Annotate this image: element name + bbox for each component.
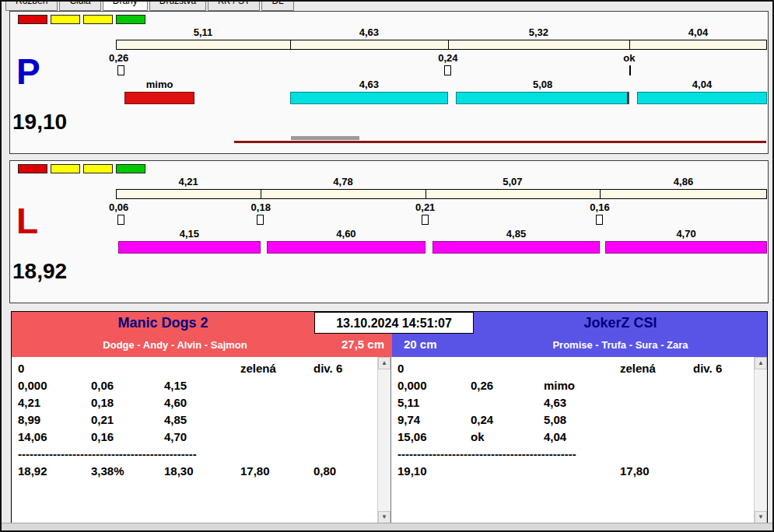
gap-time-label: 0,21 [402, 201, 449, 213]
results-table-right: 0zelenádiv. 60,0000,26mimo5,114,639,740,… [391, 357, 767, 523]
gap-time-label: 0,06 [109, 201, 163, 213]
table-cell: mimo [544, 379, 575, 393]
gap-marker-box [422, 215, 429, 225]
tab-2[interactable]: Čidla [59, 2, 100, 11]
table-cell: 17,80 [240, 464, 270, 478]
table-cell: div. 6 [693, 362, 722, 376]
tab-1[interactable]: Rozběh [5, 2, 58, 11]
scroll-down-button[interactable]: ▼ [755, 511, 767, 523]
table-cell: 4,15 [164, 379, 187, 393]
table-cell: 9,74 [398, 413, 420, 427]
table-separator: ----------------------------------------… [18, 447, 197, 461]
gap-time-label: ok [606, 52, 653, 64]
table-cell: 4,21 [18, 396, 40, 410]
split-tick [600, 189, 601, 199]
table-cell: div. 6 [313, 362, 342, 376]
tab-3[interactable]: Dráhy [103, 2, 148, 11]
lane-panel-l: 4,214,785,074,860,060,180,210,164,154,60… [9, 160, 769, 303]
team-right-dogs: Promise - Trufa - Sura - Zara [474, 339, 767, 351]
scroll-up-button[interactable]: ▲ [755, 357, 767, 369]
lane-letter: P [16, 54, 40, 89]
tab-bar: RozběhČidlaDráhyDružstvaKK / STDL [2, 2, 772, 11]
dog-time-label: 5,08 [516, 79, 570, 90]
dog-bar-end-mark [627, 92, 629, 104]
table-cell: 5,11 [398, 396, 419, 410]
gap-time-label: 0,24 [425, 52, 471, 64]
status-indicator [18, 15, 47, 24]
table-cell: 15,06 [398, 430, 427, 444]
scrollbar[interactable]: ▲▼ [377, 357, 391, 523]
table-cell: 4,70 [164, 430, 187, 444]
table-cell: 0 [398, 362, 404, 376]
split-bar [116, 189, 767, 199]
dog-bar [605, 241, 767, 254]
status-indicator [18, 164, 47, 173]
dog-bar [267, 241, 425, 254]
scroll-down-button[interactable]: ▼ [378, 511, 391, 523]
dog-time-label: 4,70 [659, 228, 713, 240]
dog-bar [290, 92, 448, 104]
table-cell: 0,21 [91, 413, 114, 427]
dog-time-label: 4,63 [341, 79, 396, 90]
split-time-label: 5,11 [180, 26, 226, 38]
gap-marker-line [629, 65, 631, 75]
table-cell: zelená [240, 362, 276, 376]
split-time-label: 4,63 [345, 26, 392, 38]
dog-bar [433, 241, 600, 254]
table-cell: 4,60 [164, 396, 187, 410]
team-left-dogs: Dodge - Andy - Alvin - Sajmon [12, 339, 338, 351]
split-tick [290, 40, 291, 50]
split-time-label: 5,32 [515, 26, 562, 38]
table-cell: 5,08 [544, 413, 566, 427]
dog-bar [124, 92, 194, 104]
table-cell: 3,38% [91, 464, 124, 478]
dog-time-label: 4,60 [319, 228, 373, 240]
lane-panel-p: 5,114,635,324,040,260,24okmimo4,635,084,… [9, 11, 769, 154]
gap-marker-box [257, 215, 264, 225]
app-window: RozběhČidlaDráhyDružstvaKK / STDL 5,114,… [0, 0, 774, 532]
dog-time-label: 4,85 [489, 228, 543, 240]
dog-bar [637, 92, 767, 104]
scroll-up-button[interactable]: ▲ [378, 357, 391, 369]
dog-bar [118, 241, 261, 254]
tab-5[interactable]: KK / ST [208, 2, 260, 11]
table-cell: 4,85 [164, 413, 187, 427]
table-cell: 0,26 [471, 379, 493, 393]
table-cell: ok [471, 430, 485, 444]
team-left-height: 27,5 cm [341, 338, 384, 351]
split-time-label: 5,07 [489, 176, 536, 187]
datetime-display: 13.10.2024 14:51:07 [314, 312, 474, 334]
table-cell: 14,06 [18, 430, 47, 444]
table-cell: 0,24 [471, 413, 493, 427]
table-separator: ----------------------------------------… [398, 447, 576, 461]
split-tick [426, 189, 426, 199]
split-time-label: 4,04 [674, 26, 721, 38]
tab-6[interactable]: DL [261, 2, 293, 11]
lane-total-time: 19,10 [12, 111, 67, 133]
split-tick [448, 40, 449, 50]
table-cell: zelená [620, 362, 656, 376]
split-time-label: 4,21 [165, 176, 212, 187]
tab-4[interactable]: Družstva [149, 2, 206, 11]
table-cell: 0,16 [91, 430, 114, 444]
team-right-name: JokerZ CSI [474, 315, 767, 331]
lane-letter: L [16, 203, 38, 239]
gap-marker-box [117, 65, 124, 75]
status-indicator [116, 15, 145, 24]
status-indicator [51, 15, 80, 24]
scrollbar[interactable]: ▲▼ [754, 357, 767, 523]
table-cell: 18,30 [164, 464, 194, 478]
split-time-label: 4,78 [320, 176, 366, 187]
timeline-marker [291, 136, 359, 140]
results-table-left: 0zelenádiv. 60,0000,064,154,210,184,608,… [12, 357, 391, 523]
table-cell: 0,18 [91, 396, 114, 410]
table-cell: 0,80 [313, 464, 336, 478]
split-tick [629, 40, 630, 50]
lane-total-time: 18,92 [12, 261, 67, 282]
gap-marker-box [444, 65, 451, 75]
dog-bar [456, 92, 629, 104]
dog-time-label: 4,15 [162, 228, 216, 240]
split-time-label: 4,86 [660, 176, 706, 187]
table-cell: 0,000 [18, 379, 47, 393]
status-indicator [116, 164, 145, 173]
